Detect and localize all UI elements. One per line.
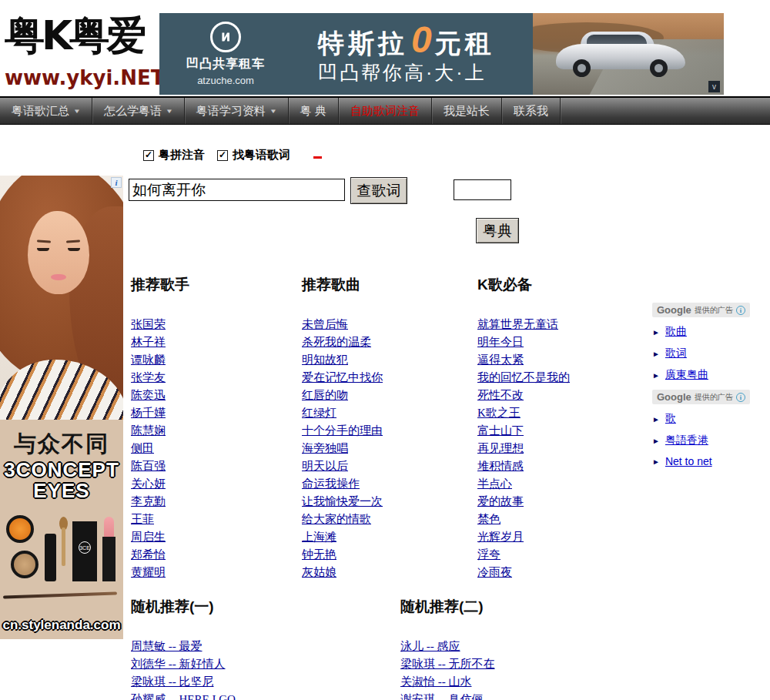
checkmark-icon: ✓ — [219, 150, 226, 159]
karaoke-song-link[interactable]: 爱的故事 — [477, 493, 524, 511]
google-wordmark: Google — [657, 391, 691, 403]
site-logo-url: www.ykyi.NET — [5, 68, 159, 88]
singer-link[interactable]: 林子祥 — [131, 333, 166, 351]
nav-item-learn-cantonese[interactable]: 怎么学粤语▼ — [92, 98, 185, 124]
singer-link[interactable]: 张学友 — [131, 369, 166, 387]
singer-link[interactable]: 关心妍 — [131, 475, 166, 493]
singer-link[interactable]: 张国荣 — [131, 316, 166, 333]
nav-item-song-collection[interactable]: 粤语歌汇总▼ — [0, 98, 92, 124]
dictionary-button[interactable]: 粤典 — [476, 218, 519, 243]
song-link[interactable]: 海旁独唱 — [302, 440, 348, 457]
find-lyrics-checkbox[interactable]: ✓ — [217, 150, 228, 161]
karaoke-song-link[interactable]: 我的回忆不是我的 — [477, 369, 570, 387]
song-link[interactable]: 灰姑娘 — [302, 564, 336, 581]
random-song-link[interactable]: 梁咏琪 -- 比坚尼 — [131, 673, 214, 691]
karaoke-song-link[interactable]: 再见理想 — [477, 440, 524, 457]
nav-item-dictionary[interactable]: 粤 典 — [289, 98, 339, 124]
random-link-list-2: 泳儿 -- 感应梁咏琪 -- 无所不在关淑怡 -- 山水谢安琪 -- 臭伉俪 — [400, 638, 654, 700]
random-song-link[interactable]: 刘德华 -- 新好情人 — [131, 655, 226, 673]
singer-link[interactable]: 黄耀明 — [131, 564, 166, 581]
info-icon[interactable]: i — [736, 306, 745, 315]
compact-powder-icon — [6, 515, 34, 543]
song-link[interactable]: 让我愉快爱一次 — [302, 493, 383, 511]
lyrics-search-input[interactable] — [129, 179, 345, 201]
car-wheel-icon — [573, 59, 591, 77]
google-ad-link[interactable]: Net to net — [665, 455, 712, 467]
karaoke-song-link[interactable]: 光辉岁月 — [477, 528, 524, 546]
random-song-link[interactable]: 谢安琪 -- 臭伉俪 — [400, 691, 484, 700]
random-song-link[interactable]: 梁咏琪 -- 无所不在 — [400, 655, 495, 673]
random-song-link[interactable]: 关淑怡 -- 山水 — [400, 673, 472, 691]
karaoke-song-link[interactable]: 冷雨夜 — [477, 564, 512, 581]
song-link[interactable]: 给大家的情歌 — [302, 511, 371, 528]
singer-link[interactable]: 陈奕迅 — [131, 387, 166, 404]
karaoke-song-link[interactable]: 浮夸 — [477, 546, 500, 564]
cosmetics-site-url: cn.stylenanda.com — [0, 618, 123, 633]
karaoke-song-link[interactable]: 禁色 — [477, 511, 500, 528]
karaoke-song-link[interactable]: 逼得太紧 — [477, 351, 524, 369]
lipstick-case-icon — [102, 537, 116, 581]
singer-link[interactable]: 周启生 — [131, 528, 166, 546]
ad-info-icon[interactable]: i — [111, 177, 122, 188]
singer-link[interactable]: 李克勤 — [131, 493, 166, 511]
find-lyrics-checkbox-label: 找粤语歌词 — [233, 148, 290, 162]
mascara-tube-icon — [45, 534, 56, 581]
singers-link-list: 张国荣林子祥谭咏麟张学友陈奕迅杨千嬅陈慧娴侧田陈百强关心妍李克勤王菲周启生郑希怡… — [131, 316, 293, 581]
cosmetics-brand-line2: EYES — [0, 481, 123, 501]
karaoke-song-link[interactable]: 明年今日 — [477, 333, 524, 351]
arrow-right-icon: ► — [652, 371, 660, 380]
song-link[interactable]: 钟无艳 — [302, 546, 336, 564]
song-link[interactable]: 上海滩 — [302, 528, 336, 546]
random-song-link[interactable]: 泳儿 -- 感应 — [400, 638, 460, 655]
atzuche-logo-icon — [210, 22, 241, 52]
banner-subheadline: 凹凸帮你高·大·上 — [318, 60, 533, 85]
ad-corner-tag[interactable]: v — [708, 81, 720, 92]
song-link[interactable]: 明天以后 — [302, 457, 348, 475]
checkmark-icon: ✓ — [145, 150, 152, 159]
google-ad-header: Google 提供的广告 i — [652, 303, 750, 317]
singer-link[interactable]: 杨千嬅 — [131, 404, 166, 422]
song-link[interactable]: 红唇的吻 — [302, 387, 348, 404]
banner-headline-prefix: 特斯拉 — [318, 28, 408, 58]
google-ad-link[interactable]: 粤語香港 — [665, 434, 708, 447]
karaoke-song-link[interactable]: K歌之王 — [477, 404, 521, 422]
karaoke-song-link[interactable]: 就算世界无童话 — [477, 316, 558, 333]
karaoke-song-link[interactable]: 堆积情感 — [477, 457, 524, 475]
google-ad-link[interactable]: 歌曲 — [665, 325, 687, 339]
singer-link[interactable]: 谭咏麟 — [131, 351, 166, 369]
search-lyrics-button[interactable]: 查歌词 — [350, 177, 407, 204]
google-ad-link[interactable]: 廣東粤曲 — [665, 368, 708, 382]
song-link[interactable]: 明知故犯 — [302, 351, 348, 369]
banner-ad[interactable]: 凹凸共享租车 atzuche.com 特斯拉0元租 凹凸帮你高·大·上 v — [159, 13, 724, 95]
song-link[interactable]: 杀死我的温柔 — [302, 333, 371, 351]
song-link[interactable]: 未曾后悔 — [302, 316, 348, 333]
random-song-link[interactable]: 孙耀威 -- HERE I GO — [131, 691, 236, 700]
dictionary-input[interactable] — [454, 179, 511, 200]
singer-link[interactable]: 郑希怡 — [131, 546, 166, 564]
random-song-link[interactable]: 周慧敏 -- 最爱 — [131, 638, 203, 655]
singer-link[interactable]: 陈慧娴 — [131, 422, 166, 440]
google-ad-link[interactable]: 歌 — [665, 412, 676, 426]
info-icon[interactable]: i — [736, 393, 745, 402]
song-link[interactable]: 红绿灯 — [302, 404, 336, 422]
nav-item-study-material[interactable]: 粤语学习资料▼ — [185, 98, 289, 124]
singer-link[interactable]: 侧田 — [131, 440, 154, 457]
singer-link[interactable]: 陈百强 — [131, 457, 166, 475]
karaoke-song-link[interactable]: 死性不改 — [477, 387, 524, 404]
pinyin-checkbox[interactable]: ✓ — [143, 150, 154, 161]
google-ad-link[interactable]: 歌词 — [665, 347, 687, 360]
column-title: 推荐歌曲 — [302, 275, 479, 295]
sidebar-photo-ad[interactable]: i — [0, 176, 123, 420]
column-title: 推荐歌手 — [131, 275, 293, 295]
sidebar-cosmetics-ad[interactable]: 与众不同 3CONCEPT EYES 3CE cn.stylenanda.com — [0, 420, 123, 639]
song-link[interactable]: 爱在记忆中找你 — [302, 369, 383, 387]
song-link[interactable]: 十个分手的理由 — [302, 422, 383, 440]
singer-link[interactable]: 王菲 — [131, 511, 154, 528]
karaoke-song-link[interactable]: 富士山下 — [477, 422, 524, 440]
nav-item-webmaster[interactable]: 我是站长 — [432, 98, 502, 124]
karaoke-song-link[interactable]: 半点心 — [477, 475, 512, 493]
nav-item-lyric-annotation[interactable]: 自助歌词注音 — [339, 98, 432, 124]
nav-item-contact[interactable]: 联系我 — [502, 98, 561, 124]
song-link[interactable]: 命运我操作 — [302, 475, 360, 493]
site-logo[interactable]: 粤K粤爱 www.ykyi.NET — [5, 5, 159, 88]
